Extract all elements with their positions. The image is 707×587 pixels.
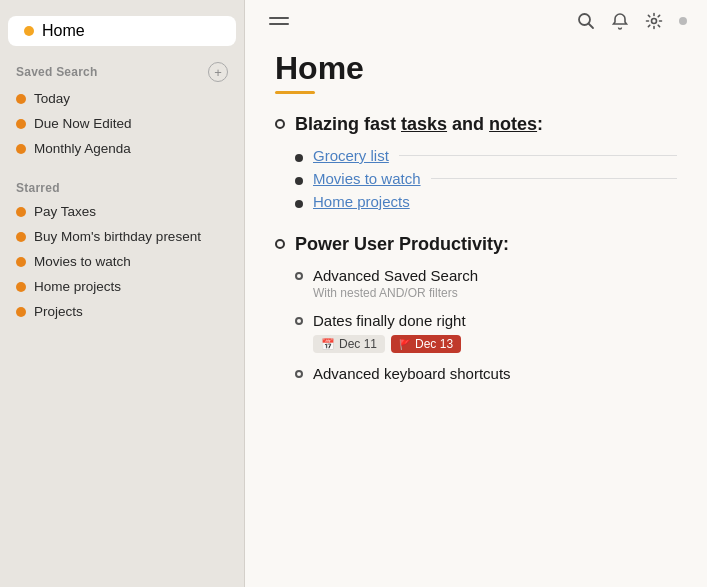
sidebar-item-label: Pay Taxes bbox=[34, 204, 96, 219]
productivity-items: Advanced Saved Search With nested AND/OR… bbox=[295, 267, 677, 382]
date-badge-dec13: 🚩 Dec 13 bbox=[391, 335, 461, 353]
content-area: Home Blazing fast tasks and notes: Groce… bbox=[245, 42, 707, 587]
link-bullet-1 bbox=[295, 154, 303, 162]
sidebar-item-projects[interactable]: Projects bbox=[0, 299, 244, 324]
starred-section: Starred Pay Taxes Buy Mom's birthday pre… bbox=[0, 173, 244, 324]
pay-taxes-dot bbox=[16, 207, 26, 217]
sidebar-item-today[interactable]: Today bbox=[0, 86, 244, 111]
sidebar-item-pay-taxes[interactable]: Pay Taxes bbox=[0, 199, 244, 224]
main-content: Home Blazing fast tasks and notes: Groce… bbox=[245, 0, 707, 587]
section-productivity: Power User Productivity: Advanced Saved … bbox=[275, 234, 677, 382]
title-underline bbox=[275, 91, 315, 94]
prod-title-1: Advanced Saved Search bbox=[313, 267, 478, 284]
topbar-right bbox=[577, 12, 687, 30]
sidebar: Home Saved Search + Today Due Now Edited… bbox=[0, 0, 245, 587]
buy-mom-dot bbox=[16, 232, 26, 242]
prod-row-dates: Dates finally done right 📅 Dec 11 🚩 Dec … bbox=[295, 312, 677, 353]
sidebar-item-due-now-edited[interactable]: Due Now Edited bbox=[0, 111, 244, 136]
prod-title-2: Dates finally done right bbox=[313, 312, 466, 329]
link-row-movies: Movies to watch bbox=[295, 170, 677, 187]
section1-links: Grocery list Movies to watch Home projec… bbox=[295, 147, 677, 210]
link-line-1 bbox=[399, 155, 677, 156]
due-dot bbox=[16, 119, 26, 129]
section2-heading: Power User Productivity: bbox=[295, 234, 509, 255]
section1-bullet bbox=[275, 119, 285, 129]
page-title: Home bbox=[275, 50, 677, 87]
home-dot bbox=[24, 26, 34, 36]
sidebar-home-label: Home bbox=[42, 22, 85, 40]
hamburger-line-1 bbox=[269, 17, 289, 19]
svg-line-1 bbox=[589, 24, 594, 29]
sidebar-item-buy-mom[interactable]: Buy Mom's birthday present bbox=[0, 224, 244, 249]
date-badge-dec11: 📅 Dec 11 bbox=[313, 335, 385, 353]
sidebar-item-label: Projects bbox=[34, 304, 83, 319]
date-dec13-label: Dec 13 bbox=[415, 337, 453, 351]
sidebar-item-home[interactable]: Home bbox=[8, 16, 236, 46]
sidebar-item-label: Home projects bbox=[34, 279, 121, 294]
link-bullet-2 bbox=[295, 177, 303, 185]
topbar-left bbox=[265, 13, 293, 29]
sidebar-item-monthly-agenda[interactable]: Monthly Agenda bbox=[0, 136, 244, 161]
hamburger-menu-button[interactable] bbox=[265, 13, 293, 29]
section2-header-row: Power User Productivity: bbox=[275, 234, 677, 255]
sidebar-item-home-projects[interactable]: Home projects bbox=[0, 274, 244, 299]
status-dot bbox=[679, 17, 687, 25]
prod-bullet-3 bbox=[295, 370, 303, 378]
bell-icon[interactable] bbox=[611, 12, 629, 30]
today-dot bbox=[16, 94, 26, 104]
section1-heading: Blazing fast tasks and notes: bbox=[295, 114, 543, 135]
monthly-dot bbox=[16, 144, 26, 154]
starred-section-header: Starred bbox=[0, 173, 244, 199]
saved-search-section-header: Saved Search + bbox=[0, 54, 244, 86]
prod-content-3: Advanced keyboard shortcuts bbox=[313, 365, 511, 382]
link-home-projects[interactable]: Home projects bbox=[313, 193, 410, 210]
gear-icon[interactable] bbox=[645, 12, 663, 30]
prod-content-1: Advanced Saved Search With nested AND/OR… bbox=[313, 267, 478, 300]
hamburger-line-2 bbox=[269, 23, 289, 25]
home-projects-dot bbox=[16, 282, 26, 292]
sidebar-item-label: Monthly Agenda bbox=[34, 141, 131, 156]
movies-dot bbox=[16, 257, 26, 267]
projects-dot bbox=[16, 307, 26, 317]
link-movies[interactable]: Movies to watch bbox=[313, 170, 421, 187]
svg-point-2 bbox=[652, 19, 657, 24]
prod-content-2: Dates finally done right 📅 Dec 11 🚩 Dec … bbox=[313, 312, 466, 353]
calendar-icon: 📅 bbox=[321, 338, 335, 351]
sidebar-item-label: Movies to watch bbox=[34, 254, 131, 269]
search-icon[interactable] bbox=[577, 12, 595, 30]
saved-search-title: Saved Search bbox=[16, 65, 98, 79]
sidebar-item-label: Due Now Edited bbox=[34, 116, 132, 131]
link-grocery[interactable]: Grocery list bbox=[313, 147, 389, 164]
prod-title-3: Advanced keyboard shortcuts bbox=[313, 365, 511, 382]
section-blazing-fast: Blazing fast tasks and notes: Grocery li… bbox=[275, 114, 677, 210]
link-bullet-3 bbox=[295, 200, 303, 208]
link-line-2 bbox=[431, 178, 677, 179]
flag-icon: 🚩 bbox=[399, 339, 411, 350]
sidebar-item-label: Today bbox=[34, 91, 70, 106]
prod-row-keyboard: Advanced keyboard shortcuts bbox=[295, 365, 677, 382]
prod-subtitle-1: With nested AND/OR filters bbox=[313, 286, 478, 300]
link-row-home-projects: Home projects bbox=[295, 193, 677, 210]
starred-title: Starred bbox=[16, 181, 60, 195]
section2-bullet bbox=[275, 239, 285, 249]
link-row-grocery: Grocery list bbox=[295, 147, 677, 164]
prod-row-saved-search: Advanced Saved Search With nested AND/OR… bbox=[295, 267, 677, 300]
add-saved-search-button[interactable]: + bbox=[208, 62, 228, 82]
date-dec11-label: Dec 11 bbox=[339, 337, 377, 351]
prod-bullet-2 bbox=[295, 317, 303, 325]
topbar bbox=[245, 0, 707, 42]
sidebar-item-movies[interactable]: Movies to watch bbox=[0, 249, 244, 274]
section1-header-row: Blazing fast tasks and notes: bbox=[275, 114, 677, 135]
sidebar-item-label: Buy Mom's birthday present bbox=[34, 229, 201, 244]
date-badges: 📅 Dec 11 🚩 Dec 13 bbox=[313, 335, 466, 353]
prod-bullet-1 bbox=[295, 272, 303, 280]
